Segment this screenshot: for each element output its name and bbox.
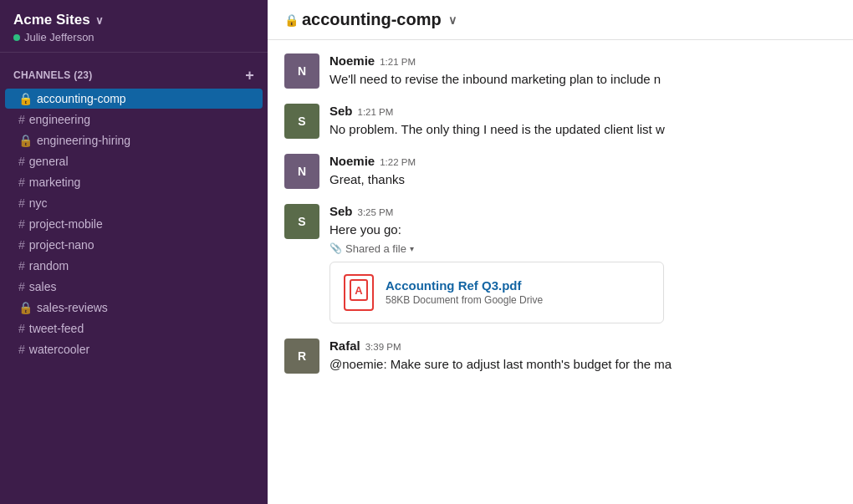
sender-name: Rafal: [329, 339, 360, 353]
channel-item-label: watercooler: [29, 343, 89, 356]
avatar: N: [284, 53, 319, 89]
message-group: NNoemie1:21 PMWe'll need to revise the i…: [284, 53, 836, 89]
message-header: Rafal3:39 PM: [329, 339, 836, 353]
channel-item-label: tweet-feed: [29, 322, 84, 335]
message-group: NNoemie1:22 PMGreat, thanks: [284, 154, 836, 189]
lock-icon: 🔒: [18, 301, 33, 314]
main-content: 🔒 accounting-comp ∨ NNoemie1:21 PMWe'll …: [268, 0, 853, 504]
workspace-name[interactable]: Acme Sites ∨: [13, 12, 254, 28]
svg-text:A: A: [355, 284, 363, 297]
message-header: Seb1:21 PM: [329, 104, 836, 118]
channel-item-label: engineering-hiring: [37, 134, 130, 147]
sidebar-item-nyc[interactable]: #nyc: [5, 193, 263, 213]
sender-name: Seb: [329, 204, 353, 218]
message-header: Seb3:25 PM: [329, 204, 836, 218]
hash-icon: #: [18, 113, 25, 126]
hash-icon: #: [18, 238, 25, 252]
workspace-header: Acme Sites ∨ Julie Jefferson: [0, 0, 268, 53]
chevron-down-icon: ∨: [95, 14, 104, 27]
lock-icon: 🔒: [284, 13, 299, 27]
sidebar-item-sales[interactable]: #sales: [5, 277, 263, 297]
shared-label-text: Shared a file: [345, 242, 406, 255]
channel-item-label: random: [29, 259, 69, 272]
message-group: RRafal3:39 PM@noemie: Make sure to adjus…: [284, 339, 836, 374]
channel-item-label: nyc: [29, 196, 48, 210]
messages-list: NNoemie1:21 PMWe'll need to revise the i…: [268, 40, 853, 504]
hash-icon: #: [18, 322, 25, 335]
sender-name: Seb: [329, 104, 353, 118]
shared-file-label[interactable]: 📎Shared a file▾: [329, 242, 836, 255]
message-header: Noemie1:22 PM: [329, 154, 836, 168]
timestamp: 1:21 PM: [358, 107, 394, 117]
avatar: S: [284, 204, 319, 239]
pdf-symbol: A: [350, 279, 368, 305]
sidebar-item-engineering-hiring[interactable]: 🔒engineering-hiring: [5, 130, 263, 150]
timestamp: 3:39 PM: [365, 342, 401, 352]
user-name-label: Julie Jefferson: [24, 31, 94, 43]
channel-list: 🔒accounting-comp#engineering🔒engineering…: [0, 88, 268, 504]
hash-icon: #: [18, 217, 25, 231]
paperclip-icon: 📎: [329, 242, 342, 254]
sidebar-item-project-nano[interactable]: #project-nano: [5, 235, 263, 255]
channels-section-header: CHANNELS (23) +: [0, 53, 268, 88]
hash-icon: #: [18, 259, 25, 272]
avatar: N: [284, 154, 319, 189]
message-text: No problem. The only thing I need is the…: [329, 120, 836, 139]
channel-item-label: engineering: [29, 113, 90, 126]
sender-name: Noemie: [329, 154, 375, 168]
message-text: Here you go:: [329, 221, 836, 239]
message-content: Noemie1:21 PMWe'll need to revise the in…: [329, 53, 836, 89]
file-info: Accounting Ref Q3.pdf58KB Document from …: [386, 278, 543, 306]
message-text: @noemie: Make sure to adjust last month'…: [329, 355, 836, 374]
user-status: Julie Jefferson: [13, 31, 254, 43]
hash-icon: #: [18, 196, 25, 210]
sidebar: Acme Sites ∨ Julie Jefferson CHANNELS (2…: [0, 0, 268, 504]
sidebar-item-engineering[interactable]: #engineering: [5, 109, 263, 130]
channels-label: CHANNELS (23): [13, 69, 92, 81]
channel-item-label: marketing: [29, 176, 80, 189]
message-header: Noemie1:21 PM: [329, 53, 836, 68]
hash-icon: #: [18, 280, 25, 293]
file-meta: 58KB Document from Google Drive: [386, 294, 543, 306]
message-text: Great, thanks: [329, 171, 836, 189]
message-content: Seb3:25 PMHere you go:📎Shared a file▾AAc…: [329, 204, 836, 323]
workspace-title: Acme Sites: [13, 12, 90, 28]
channel-name: accounting-comp: [302, 10, 442, 29]
avatar: S: [284, 104, 319, 139]
message-group: SSeb3:25 PMHere you go:📎Shared a file▾AA…: [284, 204, 836, 323]
pdf-icon: A: [344, 274, 374, 311]
timestamp: 1:22 PM: [380, 157, 416, 167]
shared-dropdown-icon[interactable]: ▾: [410, 244, 414, 253]
hash-icon: #: [18, 155, 25, 168]
message-group: SSeb1:21 PMNo problem. The only thing I …: [284, 104, 836, 139]
lock-icon: 🔒: [18, 134, 33, 147]
sidebar-item-general[interactable]: #general: [5, 151, 263, 171]
sidebar-item-tweet-feed[interactable]: #tweet-feed: [5, 318, 263, 339]
message-content: Noemie1:22 PMGreat, thanks: [329, 154, 836, 189]
sender-name: Noemie: [329, 53, 375, 68]
sidebar-item-marketing[interactable]: #marketing: [5, 172, 263, 192]
channel-item-label: sales-reviews: [37, 301, 108, 314]
channel-item-label: accounting-comp: [37, 92, 126, 105]
lock-icon: 🔒: [18, 92, 33, 105]
hash-icon: #: [18, 343, 25, 356]
avatar: R: [284, 339, 319, 374]
sidebar-item-random[interactable]: #random: [5, 256, 263, 276]
message-content: Rafal3:39 PM@noemie: Make sure to adjust…: [329, 339, 836, 374]
timestamp: 3:25 PM: [358, 207, 394, 217]
timestamp: 1:21 PM: [380, 57, 416, 67]
sidebar-item-watercooler[interactable]: #watercooler: [5, 339, 263, 359]
channel-item-label: project-nano: [29, 238, 94, 252]
online-status-dot: [13, 34, 20, 41]
file-card[interactable]: AAccounting Ref Q3.pdf58KB Document from…: [329, 262, 664, 323]
channel-item-label: general: [29, 155, 69, 168]
channel-item-label: sales: [29, 280, 57, 293]
sidebar-item-accounting-comp[interactable]: 🔒accounting-comp: [5, 89, 263, 109]
sidebar-item-sales-reviews[interactable]: 🔒sales-reviews: [5, 298, 263, 318]
add-channel-icon[interactable]: +: [245, 68, 254, 83]
channel-header: 🔒 accounting-comp ∨: [268, 0, 853, 40]
sidebar-item-project-mobile[interactable]: #project-mobile: [5, 214, 263, 234]
file-name[interactable]: Accounting Ref Q3.pdf: [386, 278, 543, 293]
channel-dropdown-icon[interactable]: ∨: [448, 13, 457, 27]
message-content: Seb1:21 PMNo problem. The only thing I n…: [329, 104, 836, 139]
